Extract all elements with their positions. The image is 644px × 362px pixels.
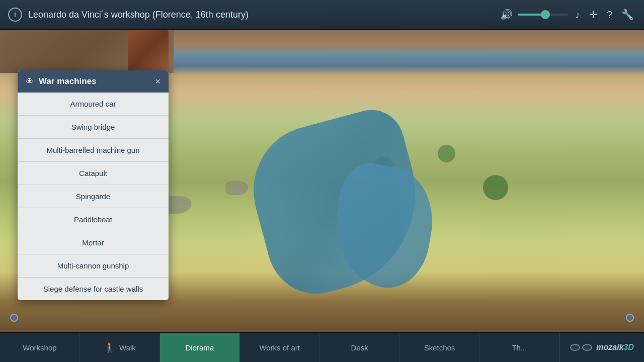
walk-icon: 🚶 (104, 341, 116, 353)
volume-thumb (541, 10, 550, 19)
vr-eye-right (582, 344, 592, 351)
bottom-navigation: Workshop 🚶 Walk Diorama Works of art Des… (0, 332, 644, 362)
page-title: Leonardo da Vinci´s workshop (Florence, … (28, 10, 494, 20)
brand-area: mozaik3D (559, 333, 644, 362)
nav-item-desk[interactable]: Desk (320, 333, 400, 362)
volume-icon[interactable]: 🔊 (500, 9, 513, 21)
list-item-multi-cannon[interactable]: Multi-cannon gunship (18, 254, 169, 278)
help-icon[interactable]: ? (605, 7, 614, 23)
nav-item-th[interactable]: Th... (479, 333, 559, 362)
list-item-paddleboat[interactable]: Paddleboat (18, 208, 169, 231)
nav-item-works-of-art[interactable]: Works of art (240, 333, 320, 362)
list-item-siege-defense[interactable]: Siege defense for castle walls (18, 278, 169, 300)
war-machines-list: Armoured car Swing bridge Multi-barrelle… (18, 93, 169, 300)
nav-item-workshop[interactable]: Workshop (0, 333, 80, 362)
thumbnail-person (128, 30, 169, 73)
header: i Leonardo da Vinci´s workshop (Florence… (0, 0, 644, 30)
header-controls: 🔊 ♪ ✛ ? 🔧 (500, 7, 636, 23)
nav-dot-right[interactable] (626, 314, 634, 322)
scene-tree-2 (483, 175, 508, 200)
eye-icon: 👁 (26, 77, 34, 86)
scene-tree-3 (438, 145, 455, 162)
vr-eye-left (570, 344, 580, 351)
volume-slider[interactable] (518, 14, 568, 16)
list-item-multi-barrelled[interactable]: Multi-barrelled machine gun (18, 139, 169, 162)
music-icon[interactable]: ♪ (573, 7, 582, 23)
nav-item-sketches[interactable]: Sketches (400, 333, 480, 362)
scene-rock-2 (225, 181, 248, 195)
list-item-spingarde[interactable]: Spingarde (18, 185, 169, 208)
vr-icon (570, 344, 592, 351)
list-item-catapult[interactable]: Catapult (18, 162, 169, 185)
settings-icon[interactable]: 🔧 (619, 7, 636, 23)
panel-close-button[interactable]: × (155, 77, 160, 86)
nav-item-walk[interactable]: 🚶 Walk (80, 333, 160, 362)
main-content: 👁 War machines × Armoured car Swing brid… (0, 30, 644, 332)
panel-header: 👁 War machines × (18, 70, 169, 93)
list-item-armoured-car[interactable]: Armoured car (18, 93, 169, 116)
info-icon[interactable]: i (8, 8, 22, 22)
nav-dot-left[interactable] (10, 314, 18, 322)
list-item-mortar[interactable]: Mortar (18, 231, 169, 254)
scene-thumbnail (0, 30, 174, 73)
move-icon[interactable]: ✛ (587, 7, 600, 23)
nav-item-diorama[interactable]: Diorama (160, 333, 240, 362)
panel-title: War machines (39, 76, 150, 86)
brand-text: mozaik3D (596, 343, 634, 352)
list-item-swing-bridge[interactable]: Swing bridge (18, 116, 169, 139)
war-machines-panel: 👁 War machines × Armoured car Swing brid… (18, 70, 169, 300)
